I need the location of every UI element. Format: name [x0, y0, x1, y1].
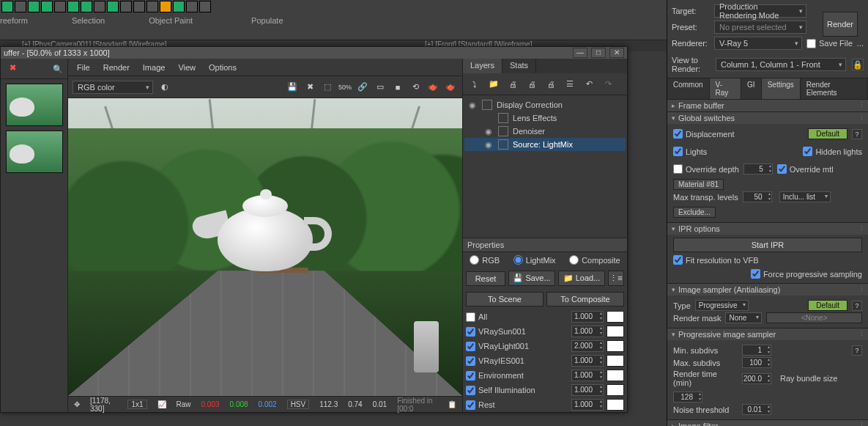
max-subdivs-value[interactable]: 100 [742, 357, 771, 368]
override-mtl-checkbox[interactable]: Override mtl [777, 164, 834, 174]
light-multiplier[interactable]: 1.000 [571, 399, 604, 411]
reset-button[interactable]: Reset [466, 271, 505, 286]
layer-row[interactable]: ◉Display Correction [464, 98, 626, 111]
override-depth-value[interactable]: 5 [743, 164, 773, 175]
rollout-frame-buffer[interactable]: Frame buffer⋮ [667, 100, 868, 111]
render-viewport[interactable] [68, 98, 462, 396]
minimize-button[interactable]: — [573, 48, 587, 58]
visibility-icon[interactable]: ◉ [483, 140, 494, 150]
light-color-swatch[interactable] [607, 355, 624, 367]
material-button[interactable]: Material #81 [673, 179, 724, 190]
hsv-label[interactable]: HSV [287, 400, 310, 409]
tab-stats[interactable]: Stats [502, 59, 536, 73]
light-enable-checkbox[interactable] [466, 386, 475, 395]
mask-none-button[interactable]: <None> [766, 312, 862, 323]
channel-dropdown[interactable]: RGB color [73, 81, 153, 94]
tool-icon[interactable] [146, 1, 158, 12]
tool-icon[interactable] [120, 1, 132, 12]
window-titlebar[interactable]: uffer - [50.0% of 1333 x 1000] — □ ✕ [1, 47, 627, 59]
to-composite-button[interactable]: To Composite [546, 292, 624, 306]
region-icon[interactable]: ▭ [373, 80, 387, 95]
light-enable-checkbox[interactable] [466, 356, 475, 366]
visibility-icon[interactable]: ◉ [467, 100, 478, 110]
save-button[interactable]: 💾 Save... [508, 271, 555, 286]
light-enable-checkbox[interactable] [466, 371, 475, 381]
preset-icon[interactable]: 🖨 [524, 77, 539, 92]
tool-icon[interactable] [186, 1, 198, 12]
maximize-button[interactable]: □ [591, 48, 606, 58]
tool-icon[interactable] [54, 1, 66, 12]
browse-button[interactable]: ... [857, 39, 864, 48]
hidden-lights-checkbox[interactable]: Hidden lights [803, 147, 862, 156]
radio-lightmix[interactable]: LightMix [513, 255, 556, 265]
swatch-icon[interactable]: ◐ [157, 80, 172, 95]
load-button[interactable]: 📁 Load... [558, 271, 605, 286]
preset-icon[interactable]: 🖨 [544, 77, 558, 92]
tool-icon[interactable] [15, 1, 26, 12]
tab-settings[interactable]: Settings [762, 78, 801, 99]
preset-dropdown[interactable]: No preset selected [714, 21, 806, 34]
stop-icon[interactable]: ■ [390, 80, 405, 95]
tool-icon[interactable] [173, 1, 185, 12]
link-icon[interactable]: 🔗 [355, 80, 370, 95]
light-multiplier[interactable]: 2.000 [571, 340, 604, 352]
tab-vray[interactable]: V-Ray [710, 78, 742, 99]
light-color-swatch[interactable] [607, 340, 624, 352]
start-ipr-button[interactable]: Start IPR [673, 238, 862, 252]
render-time-value[interactable]: 200.0 [742, 373, 771, 384]
menu-options[interactable]: Options [209, 63, 237, 72]
compare-icon[interactable]: ⬚ [320, 80, 335, 95]
folder-icon[interactable]: 📁 [486, 77, 501, 92]
search-icon[interactable]: 🔍 [53, 65, 63, 74]
displacement-checkbox[interactable]: Displacement [673, 129, 735, 139]
tool-icon[interactable] [94, 1, 105, 12]
tool-icon[interactable] [160, 1, 171, 12]
rollout-ipr[interactable]: IPR options⋮ [667, 223, 868, 235]
light-multiplier[interactable]: 1.000 [571, 370, 604, 381]
light-multiplier[interactable]: 1.000 [571, 326, 604, 337]
light-color-swatch[interactable] [607, 370, 624, 381]
help-icon[interactable]: ? [852, 129, 862, 139]
history-thumbnail[interactable] [6, 84, 63, 126]
savefile-checkbox[interactable]: Save File [806, 39, 853, 48]
list-icon[interactable]: ☰ [563, 77, 577, 92]
tab-render-elements[interactable]: Render Elements [801, 78, 868, 99]
light-multiplier[interactable]: 1.000 [571, 311, 604, 323]
rollout-image-filter[interactable]: Image filter⋮ [667, 420, 868, 426]
light-color-swatch[interactable] [607, 399, 624, 411]
default-button[interactable]: Default [808, 128, 847, 139]
save-icon[interactable]: 💾 [285, 80, 300, 95]
scale-button[interactable]: 50% [338, 80, 352, 95]
teapot-render-icon[interactable]: 🫖 [426, 80, 440, 95]
lights-checkbox[interactable]: Lights [673, 147, 707, 156]
bundle-value[interactable]: 128 [673, 392, 702, 403]
rollout-image-sampler[interactable]: Image sampler (Antialiasing)⋮ [667, 284, 868, 295]
tool-icon[interactable] [28, 1, 40, 12]
tool-icon[interactable] [81, 1, 92, 12]
log-icon[interactable]: 📋 [448, 400, 456, 408]
help-icon[interactable]: ? [852, 301, 862, 311]
menu-view[interactable]: View [178, 63, 196, 72]
light-color-swatch[interactable] [607, 311, 624, 323]
close-icon[interactable]: ✖ [10, 63, 16, 73]
pick-icon[interactable]: ✥ [74, 400, 80, 408]
radio-composite[interactable]: Composite [569, 255, 620, 265]
lock-icon[interactable]: 🔒 [852, 59, 864, 70]
close-button[interactable]: ✕ [609, 48, 624, 58]
help-icon[interactable]: ? [852, 345, 862, 356]
menu-render[interactable]: Render [103, 63, 130, 72]
max-transp-value[interactable]: 50 [743, 191, 772, 202]
force-progressive-checkbox[interactable]: Force progressive sampling [751, 269, 862, 279]
layer-row[interactable]: ◉Denoiser [464, 125, 626, 138]
to-scene-button[interactable]: To Scene [466, 292, 544, 306]
teapot-ipr-icon[interactable]: 🫖 [443, 80, 458, 95]
view-dropdown[interactable]: Column 1, Column 1 - Front [716, 58, 846, 71]
tool-icon[interactable] [107, 1, 119, 12]
sampler-type-dropdown[interactable]: Progressive [695, 300, 749, 311]
light-enable-checkbox[interactable] [466, 342, 475, 351]
render-mask-dropdown[interactable]: None [725, 312, 762, 323]
fit-resolution-checkbox[interactable]: Fit resolution to VFB [673, 255, 759, 265]
tool-icon[interactable] [199, 1, 211, 12]
radio-rgb[interactable]: RGB [470, 255, 500, 265]
light-color-swatch[interactable] [607, 384, 624, 396]
